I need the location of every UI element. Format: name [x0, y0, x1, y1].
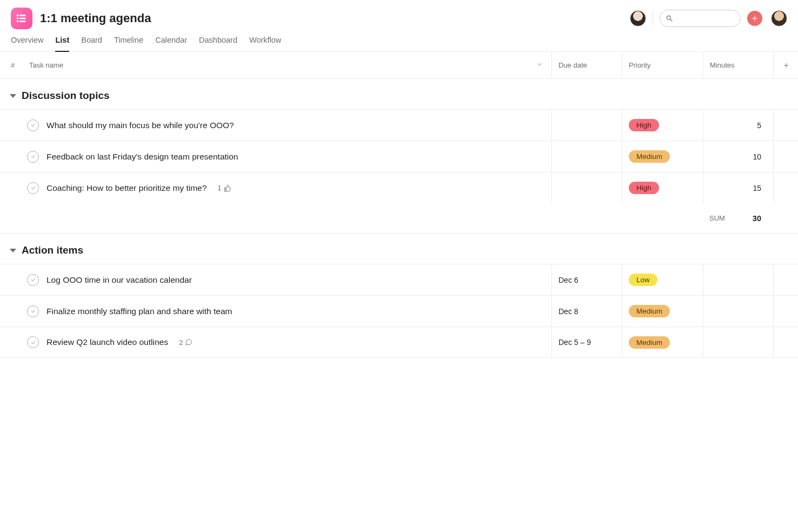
check-icon — [30, 122, 36, 128]
chevron-down-icon[interactable] — [536, 61, 543, 69]
priority-pill: Low — [629, 274, 657, 286]
priority-pill: Medium — [629, 336, 670, 349]
search-icon — [666, 15, 673, 22]
task-row[interactable]: Feedback on last Friday's design team pr… — [0, 141, 798, 172]
cell-due-date[interactable]: Dec 6 — [551, 264, 622, 295]
svg-point-2 — [17, 18, 18, 19]
column-minutes[interactable]: Minutes — [703, 52, 773, 78]
cell-minutes[interactable]: 5 — [703, 110, 773, 141]
task-row[interactable]: Coaching: How to better prioritize my ti… — [0, 172, 798, 203]
cell-end — [773, 296, 798, 327]
column-number[interactable]: # — [11, 61, 29, 69]
check-icon — [30, 277, 36, 283]
cell-minutes[interactable]: 10 — [703, 141, 773, 172]
project-icon[interactable] — [11, 8, 32, 29]
search-input[interactable] — [660, 10, 741, 27]
priority-pill: High — [629, 182, 659, 194]
tab-overview[interactable]: Overview — [11, 36, 43, 51]
svg-rect-12 — [224, 188, 225, 191]
priority-pill: Medium — [629, 305, 670, 317]
cell-due-date[interactable]: Dec 8 — [551, 296, 622, 327]
app-header: 1:1 meeting agenda — [0, 0, 798, 29]
cell-end — [773, 172, 798, 203]
cell-due-date[interactable] — [551, 172, 622, 203]
add-button[interactable] — [747, 11, 762, 26]
cell-end — [773, 110, 798, 141]
task-main: What should my main focus be while you'r… — [11, 119, 551, 131]
sum-label: SUM — [709, 214, 725, 222]
tab-timeline[interactable]: Timeline — [114, 36, 143, 51]
plus-icon — [751, 15, 759, 22]
member-avatar-1[interactable] — [630, 10, 646, 26]
task-row[interactable]: Finalize monthly staffing plan and share… — [0, 295, 798, 327]
user-avatar[interactable] — [771, 10, 787, 26]
task-name[interactable]: Feedback on last Friday's design team pr… — [46, 152, 238, 162]
task-row[interactable]: Log OOO time in our vacation calendarDec… — [0, 264, 798, 295]
tab-calendar[interactable]: Calendar — [155, 36, 187, 51]
sum-value: 30 — [753, 214, 761, 223]
svg-rect-1 — [19, 15, 25, 16]
column-task-name-label: Task name — [29, 61, 63, 69]
project-title[interactable]: 1:1 meeting agenda — [40, 11, 151, 25]
column-header-row: # Task name Due date Priority Minutes — [0, 52, 798, 79]
task-main: Finalize monthly staffing plan and share… — [11, 305, 551, 317]
cell-priority[interactable]: Medium — [622, 141, 703, 172]
task-name[interactable]: Coaching: How to better prioritize my ti… — [46, 183, 207, 193]
column-due-date[interactable]: Due date — [551, 52, 622, 78]
task-row[interactable]: What should my main focus be while you'r… — [0, 109, 798, 141]
cell-due-date[interactable] — [551, 141, 622, 172]
cell-minutes[interactable]: 15 — [703, 172, 773, 203]
complete-checkbox[interactable] — [27, 274, 39, 286]
tab-dashboard[interactable]: Dashboard — [199, 36, 237, 51]
svg-rect-5 — [19, 21, 25, 22]
section-title: Action items — [22, 244, 83, 256]
cell-due-date[interactable]: Dec 5 – 9 — [551, 327, 622, 357]
svg-point-6 — [667, 16, 670, 19]
cell-minutes[interactable] — [703, 327, 773, 357]
column-priority[interactable]: Priority — [622, 52, 703, 78]
task-name[interactable]: Log OOO time in our vacation calendar — [46, 275, 192, 285]
divider — [653, 11, 653, 26]
task-name[interactable]: What should my main focus be while you'r… — [46, 121, 234, 130]
svg-line-7 — [670, 19, 673, 22]
sum-cell[interactable]: SUM30 — [703, 214, 773, 223]
cell-priority[interactable]: Medium — [622, 296, 703, 327]
complete-checkbox[interactable] — [27, 182, 39, 194]
caret-down-icon — [10, 249, 16, 252]
cell-priority[interactable]: High — [622, 172, 703, 203]
tab-list[interactable]: List — [55, 36, 69, 52]
task-main: Feedback on last Friday's design team pr… — [11, 151, 551, 163]
task-main: Review Q2 launch video outlines2 — [11, 336, 551, 348]
task-name[interactable]: Finalize monthly staffing plan and share… — [46, 307, 232, 316]
cell-priority[interactable]: Medium — [622, 327, 703, 357]
tab-workflow[interactable]: Workflow — [249, 36, 281, 51]
section-header[interactable]: Discussion topics — [0, 79, 798, 109]
column-task-name[interactable]: Task name — [29, 61, 551, 69]
complete-checkbox[interactable] — [27, 305, 39, 317]
cell-due-date[interactable] — [551, 110, 622, 141]
svg-point-4 — [17, 21, 18, 22]
section-title: Discussion topics — [22, 90, 110, 102]
thumbs-up-icon — [224, 184, 231, 192]
view-tabs: OverviewListBoardTimelineCalendarDashboa… — [0, 29, 798, 52]
check-icon — [30, 185, 36, 191]
list-icon — [16, 12, 28, 24]
add-column-button[interactable] — [773, 52, 798, 78]
cell-priority[interactable]: High — [622, 110, 703, 141]
complete-checkbox[interactable] — [27, 151, 39, 163]
cell-priority[interactable]: Low — [622, 264, 703, 295]
cell-end — [773, 327, 798, 357]
cell-end — [773, 264, 798, 295]
complete-checkbox[interactable] — [27, 336, 39, 348]
comment-count[interactable]: 2 — [179, 338, 192, 347]
cell-minutes[interactable] — [703, 264, 773, 295]
task-row[interactable]: Review Q2 launch video outlines2Dec 5 – … — [0, 327, 798, 358]
complete-checkbox[interactable] — [27, 119, 39, 131]
section-header[interactable]: Action items — [0, 234, 798, 264]
tab-board[interactable]: Board — [81, 36, 102, 51]
task-name[interactable]: Review Q2 launch video outlines — [46, 337, 168, 347]
cell-end — [773, 141, 798, 172]
comment-icon — [185, 338, 192, 346]
cell-minutes[interactable] — [703, 296, 773, 327]
like-count[interactable]: 1 — [217, 184, 231, 192]
